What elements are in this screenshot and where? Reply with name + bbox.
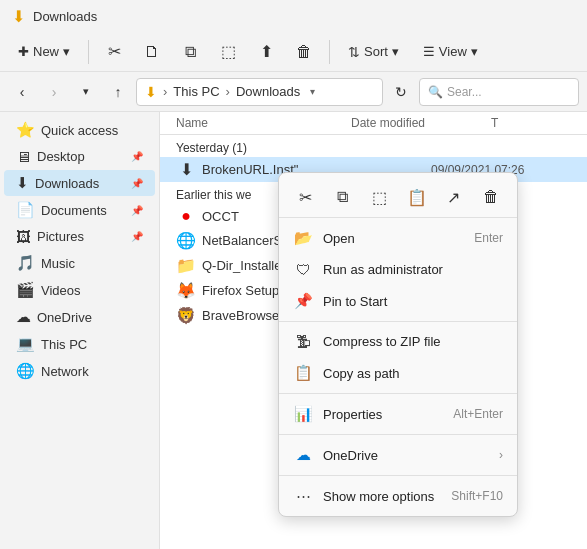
cm-delete-button[interactable]: 🗑 — [475, 183, 507, 211]
cm-cut-button[interactable]: ✂ — [290, 183, 322, 211]
file-icon-netbalancer: 🌐 — [176, 231, 196, 250]
cm-copypath-label: Copy as path — [323, 366, 503, 381]
sidebar-label-downloads: Downloads — [35, 176, 99, 191]
cm-item-open[interactable]: 📂 Open Enter — [279, 222, 517, 254]
cm-onedrive-icon: ☁ — [293, 446, 313, 464]
col-header-date: Date modified — [351, 116, 491, 130]
delete-button[interactable]: 🗑 — [287, 35, 321, 69]
cm-open-label: Open — [323, 231, 464, 246]
file-icon-brave: 🦁 — [176, 306, 196, 325]
paste-button[interactable]: ⧉ — [173, 35, 207, 69]
documents-icon: 📄 — [16, 201, 35, 219]
cm-runas-label: Run as administrator — [323, 262, 503, 277]
file-icon-occt: ● — [176, 207, 196, 225]
new-chevron-icon: ▾ — [63, 44, 70, 59]
cm-item-onedrive[interactable]: ☁ OneDrive › — [279, 439, 517, 471]
sidebar-label-quick-access: Quick access — [41, 123, 118, 138]
music-icon: 🎵 — [16, 254, 35, 272]
new-button[interactable]: ✚ New ▾ — [8, 39, 80, 64]
sidebar-item-documents[interactable]: 📄 Documents 📌 — [4, 197, 155, 223]
this-pc-icon: 💻 — [16, 335, 35, 353]
sidebar-item-videos[interactable]: 🎬 Videos — [4, 277, 155, 303]
sidebar-item-music[interactable]: 🎵 Music — [4, 250, 155, 276]
cm-onedrive-arrow-icon: › — [499, 448, 503, 462]
sidebar-item-this-pc[interactable]: 💻 This PC — [4, 331, 155, 357]
sidebar-downloads-icon: ⬇ — [16, 174, 29, 192]
copy-button[interactable]: 🗋 — [135, 35, 169, 69]
sidebar-item-quick-access[interactable]: ⭐ Quick access — [4, 117, 155, 143]
sidebar-item-onedrive[interactable]: ☁ OneDrive — [4, 304, 155, 330]
sidebar-label-desktop: Desktop — [37, 149, 85, 164]
cm-properties-shortcut: Alt+Enter — [453, 407, 503, 421]
sidebar-item-downloads[interactable]: ⬇ Downloads 📌 — [4, 170, 155, 196]
file-list-header: Name Date modified T — [160, 112, 587, 135]
date-group-yesterday: Yesterday (1) — [160, 135, 587, 157]
file-icon-brokenurl: ⬇ — [176, 160, 196, 179]
sidebar-item-desktop[interactable]: 🖥 Desktop 📌 — [4, 144, 155, 169]
title-bar: ⬇ Downloads — [0, 0, 587, 32]
file-icon-qdir: 📁 — [176, 256, 196, 275]
address-bar[interactable]: ⬇ › This PC › Downloads ▾ — [136, 78, 383, 106]
refresh-button[interactable]: ↻ — [387, 78, 415, 106]
cm-moreoptions-shortcut: Shift+F10 — [451, 489, 503, 503]
pin-icon-documents: 📌 — [131, 205, 143, 216]
search-bar[interactable]: 🔍 Sear... — [419, 78, 579, 106]
forward-button[interactable]: › — [40, 78, 68, 106]
desktop-icon: 🖥 — [16, 148, 31, 165]
address-downloads: Downloads — [236, 84, 300, 99]
cm-item-more-options[interactable]: ⋯ Show more options Shift+F10 — [279, 480, 517, 512]
sidebar-item-pictures[interactable]: 🖼 Pictures 📌 — [4, 224, 155, 249]
back-button[interactable]: ‹ — [8, 78, 36, 106]
downloads-icon: ⬇ — [12, 7, 25, 26]
zip-icon: 🗜 — [293, 333, 313, 350]
cm-divider-3 — [279, 434, 517, 435]
videos-icon: 🎬 — [16, 281, 35, 299]
pictures-icon: 🖼 — [16, 228, 31, 245]
cm-share-button[interactable]: ↗ — [438, 183, 470, 211]
cut-button[interactable]: ✂ — [97, 35, 131, 69]
cm-item-compress-zip[interactable]: 🗜 Compress to ZIP file — [279, 326, 517, 357]
cm-item-copy-as-path[interactable]: 📋 Copy as path — [279, 357, 517, 389]
cm-properties-label: Properties — [323, 407, 443, 422]
address-this-pc: This PC — [173, 84, 219, 99]
address-icon: ⬇ — [145, 84, 157, 100]
sidebar-label-documents: Documents — [41, 203, 107, 218]
cm-divider-2 — [279, 393, 517, 394]
quick-access-icon: ⭐ — [16, 121, 35, 139]
pin-icon: 📌 — [293, 292, 313, 310]
toolbar: ✚ New ▾ ✂ 🗋 ⧉ ⬚ ⬆ 🗑 ⇅ Sort ▾ ☰ View ▾ — [0, 32, 587, 72]
search-icon: 🔍 — [428, 85, 443, 99]
address-chevron-icon: ▾ — [310, 86, 315, 97]
search-placeholder: Sear... — [447, 85, 482, 99]
recent-button[interactable]: ▾ — [72, 78, 100, 106]
cm-open-shortcut: Enter — [474, 231, 503, 245]
sort-button[interactable]: ⇅ Sort ▾ — [338, 39, 409, 65]
cm-clipboard-button[interactable]: 📋 — [401, 183, 433, 211]
share-button[interactable]: ⬆ — [249, 35, 283, 69]
rename-button[interactable]: ⬚ — [211, 35, 245, 69]
cm-copy-button[interactable]: ⧉ — [327, 183, 359, 211]
sidebar-label-videos: Videos — [41, 283, 81, 298]
window-title: Downloads — [33, 9, 97, 24]
sidebar-label-this-pc: This PC — [41, 337, 87, 352]
up-button[interactable]: ↑ — [104, 78, 132, 106]
cm-item-pin-to-start[interactable]: 📌 Pin to Start — [279, 285, 517, 317]
cm-pin-label: Pin to Start — [323, 294, 503, 309]
cm-moreoptions-label: Show more options — [323, 489, 441, 504]
toolbar-divider-2 — [329, 40, 330, 64]
cm-paste-button[interactable]: ⬚ — [364, 183, 396, 211]
cm-divider-1 — [279, 321, 517, 322]
sidebar-label-onedrive: OneDrive — [37, 310, 92, 325]
sidebar-item-network[interactable]: 🌐 Network — [4, 358, 155, 384]
view-chevron-icon: ▾ — [471, 44, 478, 59]
cm-divider-4 — [279, 475, 517, 476]
nav-bar: ‹ › ▾ ↑ ⬇ › This PC › Downloads ▾ ↻ 🔍 Se… — [0, 72, 587, 112]
view-button[interactable]: ☰ View ▾ — [413, 39, 488, 64]
main-area: ⭐ Quick access 🖥 Desktop 📌 ⬇ Downloads 📌… — [0, 112, 587, 549]
pin-icon-desktop: 📌 — [131, 151, 143, 162]
cm-item-properties[interactable]: 📊 Properties Alt+Enter — [279, 398, 517, 430]
context-menu-toolbar: ✂ ⧉ ⬚ 📋 ↗ 🗑 — [279, 177, 517, 218]
sort-chevron-icon: ▾ — [392, 44, 399, 59]
context-menu: ✂ ⧉ ⬚ 📋 ↗ 🗑 📂 Open Enter 🛡 Run as admini… — [278, 172, 518, 517]
cm-item-run-as-admin[interactable]: 🛡 Run as administrator — [279, 254, 517, 285]
